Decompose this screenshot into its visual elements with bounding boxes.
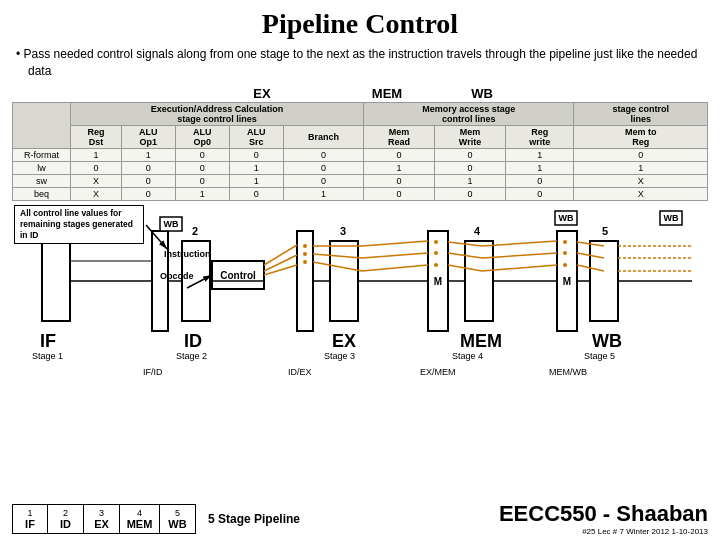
ex-group-header: Execution/Address Calculationstage contr… [71,102,364,125]
svg-point-32 [303,260,307,264]
stage-num-3: 3 [340,225,346,237]
col-mem-write: MemWrite [434,125,505,148]
stage-name-if: IF [40,331,56,352]
svg-point-48 [563,240,567,244]
callout-box: All control line values for remaining st… [14,205,144,244]
mem-label: MEM [327,86,447,101]
stage-name-mem: MEM [460,331,502,352]
bottom-stage-wb: 5 WB [160,504,196,534]
ex-mem-label: EX/MEM [420,367,456,377]
course-title: EECC550 - Shaaban [499,501,708,527]
stage-num-2: 2 [192,225,198,237]
stage-sub-wb: Stage 5 [584,351,615,361]
svg-rect-9 [465,241,493,321]
col-reg-dst: RegDst [71,125,122,148]
bottom-stage-id: 2 ID [48,504,84,534]
svg-text:Control: Control [220,270,256,281]
svg-line-42 [448,242,482,246]
svg-line-28 [264,255,297,271]
svg-line-52 [577,253,604,258]
svg-line-27 [264,245,297,265]
svg-rect-7 [428,231,448,331]
mem-group-header: Memory access stagecontrol lines [364,102,574,125]
stage-sub-mem: Stage 4 [452,351,483,361]
svg-text:M: M [434,276,442,287]
bottom-stage-if: 1 IF [12,504,48,534]
svg-rect-6 [330,241,358,321]
if-id-label: IF/ID [143,367,163,377]
wb-group-header: stage controllines [574,102,708,125]
svg-point-31 [303,252,307,256]
table-row: lw 00010 1011 [13,161,708,174]
stage-num-5: 5 [602,225,608,237]
id-ex-label: ID/EX [288,367,312,377]
svg-rect-0 [42,241,70,321]
svg-line-43 [448,253,482,258]
svg-point-39 [434,240,438,244]
svg-rect-5 [297,231,313,331]
col-mem-read: MemRead [364,125,435,148]
svg-line-37 [362,253,428,258]
svg-line-53 [577,265,604,271]
svg-point-41 [434,263,438,267]
bottom-stage-ex: 3 EX [84,504,120,534]
svg-rect-1 [152,231,168,331]
svg-point-40 [434,251,438,255]
svg-line-47 [482,265,557,271]
svg-text:WB: WB [559,213,574,223]
svg-line-51 [577,242,604,246]
bullet-text: • Pass needed control signals along from… [12,46,708,80]
page-title: Pipeline Control [12,8,708,40]
stage-sub-if: Stage 1 [32,351,63,361]
svg-line-22 [146,225,167,249]
table-row: R-format 11000 0010 [13,148,708,161]
wb-label-top: WB [447,86,517,101]
svg-rect-10 [557,231,577,331]
bottom-stage-mem: 4 MEM [120,504,160,534]
stage-sub-id: Stage 2 [176,351,207,361]
svg-line-38 [362,265,428,271]
col-mem-to-reg: Mem toReg [574,125,708,148]
instruction-label: Instruction [164,249,211,259]
svg-line-34 [313,254,362,258]
stage-name-id: ID [184,331,202,352]
mem-wb-label: MEM/WB [549,367,587,377]
table-row: beq X0101 000X [13,187,708,200]
col-alu-src: ALUSrc [229,125,283,148]
svg-point-50 [563,263,567,267]
stage-sub-ex: Stage 3 [324,351,355,361]
stage-num-4: 4 [474,225,480,237]
svg-text:M: M [563,276,571,287]
svg-point-49 [563,251,567,255]
svg-text:WB: WB [164,219,179,229]
stage-name-wb: WB [592,331,622,352]
pipeline-diagram: Control M M [12,203,708,393]
svg-rect-59 [660,211,682,225]
svg-line-36 [362,241,428,246]
col-alu-op1: ALUOp1 [121,125,175,148]
col-reg-write: Regwrite [506,125,574,148]
svg-rect-25 [160,217,182,231]
control-table: Execution/Address Calculationstage contr… [12,102,708,201]
svg-point-30 [303,244,307,248]
svg-rect-3 [212,261,264,289]
opcode-label: Opcode [160,271,194,281]
stage-name-ex: EX [332,331,356,352]
svg-rect-12 [590,241,618,321]
five-stage-label: 5 Stage Pipeline [208,512,300,526]
svg-line-46 [482,253,557,258]
svg-line-45 [482,241,557,246]
col-alu-op0: ALUOp0 [175,125,229,148]
svg-rect-57 [555,211,577,225]
ex-label: EX [197,86,327,101]
svg-line-44 [448,265,482,271]
svg-line-29 [264,265,297,275]
col-branch: Branch [283,125,364,148]
table-row: sw X0010 010X [13,174,708,187]
svg-text:WB: WB [664,213,679,223]
svg-line-35 [313,262,362,271]
course-ref: #25 Lec # 7 Winter 2012 1-10-2013 [499,527,708,536]
